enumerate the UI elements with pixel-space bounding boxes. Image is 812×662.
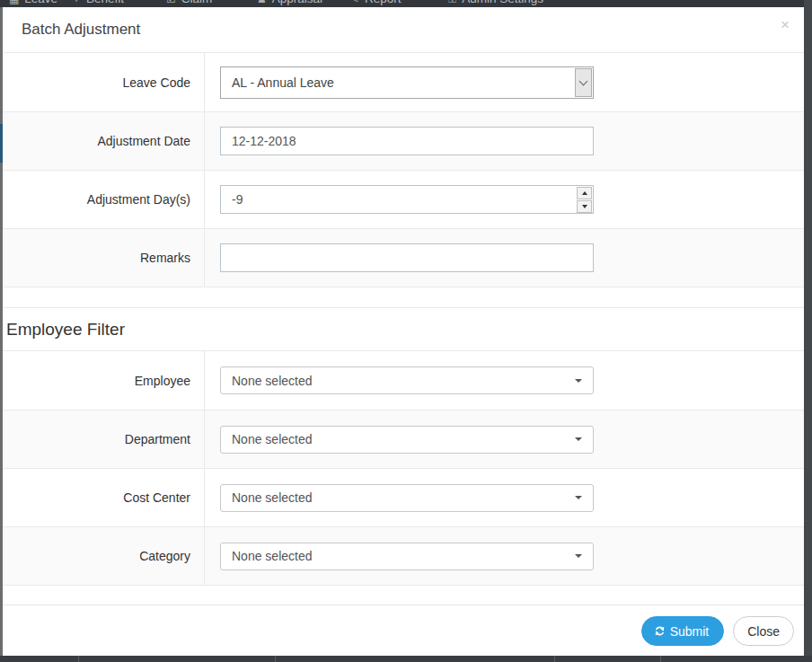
employee-filter-form: Employee None selected Department None s… [3, 350, 804, 586]
nav-item-admin-settings: ⚿Admin Settings [448, 0, 543, 5]
adjustment-date-label: Adjustment Date [3, 112, 205, 170]
filter-row-category: Category None selected [3, 526, 804, 585]
modal-title: Batch Adjustment [22, 21, 777, 39]
leave-code-label: Leave Code [3, 53, 205, 111]
nav-item-benefit: ✧Benefit [72, 0, 124, 5]
employee-multiselect-value: None selected [221, 374, 575, 388]
nav-item-leave: ▦Leave [9, 0, 57, 5]
filter-row-employee: Employee None selected [3, 351, 804, 410]
chevron-down-icon [579, 76, 588, 85]
appraisal-icon: ♟ [257, 0, 267, 5]
remarks-label: Remarks [3, 229, 205, 287]
modal-footer: Submit Close [3, 605, 804, 656]
spinner-up-button[interactable] [577, 187, 592, 199]
spacer [3, 287, 804, 307]
category-multiselect-value: None selected [221, 549, 575, 563]
close-icon[interactable]: × [777, 15, 793, 34]
nav-item-report: ✎Report [350, 0, 402, 5]
triangle-up-icon [582, 191, 587, 195]
cost-center-label: Cost Center [3, 469, 205, 526]
form-row-adjustment-date: Adjustment Date [3, 111, 804, 170]
nav-item-appraisal: ♟Appraisal [257, 0, 322, 5]
filter-row-cost-center: Cost Center None selected [3, 468, 804, 526]
department-multiselect-value: None selected [221, 432, 575, 446]
adjustment-days-value: -9 [221, 192, 577, 207]
category-label: Category [3, 527, 205, 585]
employee-filter-section: Employee Filter Employee None selected D… [3, 307, 804, 586]
caret-down-icon [575, 554, 582, 558]
form-row-leave-code: Leave Code AL - Annual Leave [3, 53, 804, 111]
employee-multiselect[interactable]: None selected [220, 366, 594, 394]
remarks-input[interactable] [220, 243, 594, 272]
employee-label: Employee [3, 351, 205, 410]
caret-down-icon [575, 379, 582, 383]
modal-header: Batch Adjustment × [3, 7, 804, 52]
department-label: Department [3, 410, 205, 468]
category-multiselect[interactable]: None selected [220, 543, 594, 570]
lock-icon: ⚿ [448, 0, 456, 5]
leave-code-value: AL - Annual Leave [221, 75, 574, 90]
triangle-down-icon [582, 205, 587, 208]
report-icon: ✎ [350, 0, 359, 5]
close-button[interactable]: Close [733, 616, 794, 646]
spinner-down-button[interactable] [577, 200, 592, 213]
submit-button-label: Submit [670, 624, 710, 639]
close-button-label: Close [747, 624, 780, 639]
caret-down-icon [575, 496, 582, 499]
claim-icon: ☑ [166, 0, 176, 5]
adjustment-days-label: Adjustment Day(s) [3, 171, 205, 228]
adjustment-days-input[interactable]: -9 [220, 185, 594, 214]
background-table-edge [0, 656, 812, 662]
filter-row-department: Department None selected [3, 410, 804, 468]
select-arrow-button[interactable] [575, 68, 592, 97]
leave-icon: ▦ [9, 0, 19, 5]
adjustment-date-input[interactable] [220, 127, 594, 155]
modal-backdrop-right [804, 0, 812, 662]
submit-button[interactable]: Submit [641, 616, 725, 646]
adjustment-form: Leave Code AL - Annual Leave Adjustment … [3, 52, 804, 287]
form-row-remarks: Remarks [3, 228, 804, 287]
department-multiselect[interactable]: None selected [220, 426, 594, 454]
batch-adjustment-modal: Batch Adjustment × Leave Code AL - Annua… [3, 7, 804, 656]
spacer [3, 586, 804, 605]
refresh-icon [654, 625, 666, 637]
cost-center-multiselect-value: None selected [221, 490, 575, 505]
cost-center-multiselect[interactable]: None selected [220, 484, 594, 512]
caret-down-icon [575, 437, 582, 441]
background-navbar: ▦Leave ✧Benefit ☑Claim ♟Appraisal ✎Repor… [0, 0, 812, 7]
benefit-icon: ✧ [72, 0, 81, 5]
number-spinner [577, 187, 592, 213]
leave-code-select[interactable]: AL - Annual Leave [220, 66, 594, 99]
employee-filter-heading: Employee Filter [3, 308, 804, 350]
nav-item-claim: ☑Claim [166, 0, 212, 5]
form-row-adjustment-days: Adjustment Day(s) -9 [3, 170, 804, 228]
